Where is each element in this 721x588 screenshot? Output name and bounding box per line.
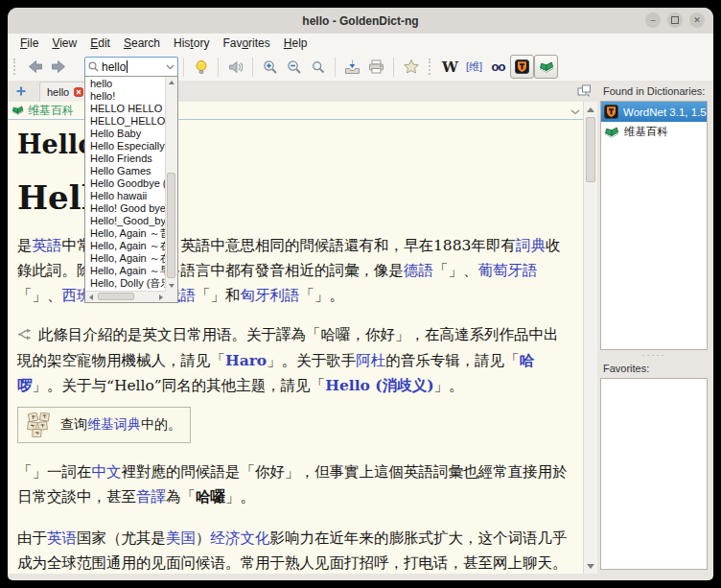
suggestion-item[interactable]: Hello, Dolly (音乐剧) — [85, 277, 166, 290]
zoom-reset-button[interactable] — [306, 55, 330, 79]
found-dictionaries-list[interactable]: WordNet 3.1, 1.51维基百科 — [600, 101, 708, 350]
wikipedia-w-icon: W — [442, 59, 458, 76]
link[interactable]: 经济文化 — [211, 529, 270, 547]
zoom-in-button[interactable] — [258, 55, 282, 79]
minimize-icon: – — [650, 16, 655, 25]
dictionary-item[interactable]: 维基百科 — [601, 122, 707, 142]
dropdown-horizontal-scrollbar[interactable] — [85, 291, 166, 302]
dictbar-goldendict-button[interactable]: oo — [486, 55, 510, 79]
suggestion-item[interactable]: Hello! Good bye — [85, 202, 166, 215]
maximize-button[interactable] — [667, 12, 683, 28]
suggestions-list[interactable]: hellohello!HELLO HELLOHELLO_HELLOHello B… — [85, 78, 166, 292]
suggestion-item[interactable]: Hello, Again ～在以前的某 — [85, 240, 166, 252]
save-article-button[interactable] — [340, 55, 364, 79]
text-segment: ） — [196, 529, 211, 547]
suggestion-item[interactable]: Hello Especially — [85, 140, 166, 153]
scroll-down-button[interactable] — [584, 559, 597, 573]
print-button[interactable] — [364, 55, 388, 79]
dictionary-name: 维基百科 — [28, 103, 74, 119]
article-scrollbar[interactable] — [583, 102, 597, 574]
collapse-section-chevron-icon[interactable] — [570, 102, 580, 119]
dictbar-wikipedia-button[interactable]: W — [438, 55, 462, 79]
maximize-icon — [671, 16, 679, 24]
link[interactable]: Hello (消歧义) — [325, 376, 433, 394]
scrollbar-thumb[interactable] — [167, 173, 175, 278]
titlebar[interactable]: hello - GoldenDict-ng – ✕ — [8, 8, 713, 34]
menu-help[interactable]: Help — [277, 35, 314, 51]
suggestion-item[interactable]: Hello!_Good_bye — [85, 215, 166, 227]
text-segment: 的音乐专辑，請见「 — [385, 352, 520, 369]
suggestion-item[interactable]: Hello, Again ～在以前的某 — [85, 252, 166, 265]
star-icon — [403, 59, 420, 75]
goldendict-oo-icon: oo — [492, 59, 505, 74]
scroll-up-button[interactable] — [584, 103, 597, 116]
printer-icon — [368, 59, 384, 74]
suggestion-item[interactable]: Hello Friends — [85, 153, 166, 165]
paragraph: 「」一詞在中文裡對應的問候語是「你好」，但事實上這個英語詞彙也經常直接用於日常交… — [17, 459, 572, 509]
tab-close-icon[interactable] — [74, 87, 83, 97]
dictbar-grip[interactable] — [429, 59, 435, 75]
link[interactable]: 音譯 — [136, 488, 166, 506]
back-button[interactable] — [23, 55, 47, 79]
scroll-left-button[interactable] — [85, 292, 96, 302]
minimize-button[interactable]: – — [645, 12, 661, 28]
search-input[interactable]: hello — [84, 57, 178, 77]
link[interactable]: 詞典 — [516, 237, 546, 254]
suggestion-item[interactable]: Hello, Again ～昔からある — [85, 227, 166, 240]
zoom-out-button[interactable] — [282, 55, 306, 79]
search-icon — [88, 61, 99, 72]
scrollbar-thumb[interactable] — [98, 293, 134, 300]
link[interactable]: 阿杜 — [356, 352, 385, 369]
menu-edit[interactable]: Edit — [83, 35, 117, 51]
suggestion-item[interactable]: hello! — [85, 90, 166, 103]
toolbar-separator — [183, 58, 184, 77]
forward-button[interactable] — [47, 55, 71, 79]
menu-file[interactable]: File — [13, 35, 45, 51]
suggestion-item[interactable]: Hello Goodbye (YUKI的單 — [85, 177, 166, 190]
suggestions-button[interactable] — [189, 55, 213, 79]
suggestion-item[interactable]: Hello Baby — [85, 128, 166, 140]
combo-chevron-down-icon[interactable] — [166, 64, 174, 70]
link[interactable]: 葡萄牙語 — [478, 262, 538, 279]
link[interactable]: 德語 — [404, 262, 433, 279]
suggestion-item[interactable]: Hello hawaii — [85, 190, 166, 202]
scroll-up-button[interactable] — [166, 77, 177, 88]
pronounce-button[interactable] — [223, 55, 247, 79]
scrollbar-thumb[interactable] — [586, 117, 595, 182]
link[interactable]: 维基词典 — [87, 416, 141, 432]
add-to-favorites-button[interactable] — [399, 55, 423, 79]
wiktionary-box: 查询维基词典中的。 — [17, 407, 191, 443]
add-tab-button[interactable] — [12, 83, 29, 100]
menu-favorites[interactable]: Favorites — [216, 35, 276, 51]
dictbar-wikibook-button[interactable] — [534, 55, 558, 79]
link[interactable]: 匈牙利語 — [241, 287, 300, 304]
link[interactable]: 中文 — [92, 463, 122, 481]
toolbar-separator — [393, 58, 394, 77]
dropdown-vertical-scrollbar[interactable] — [165, 77, 177, 292]
dictbar-zh-wiktionary-button[interactable]: [维] — [462, 55, 486, 79]
scroll-right-button[interactable] — [155, 292, 166, 302]
link[interactable]: Haro — [225, 351, 267, 369]
text-segment: 」。关于歌手 — [267, 352, 356, 369]
suggestion-item[interactable]: hello — [85, 78, 166, 90]
green-book-icon: "> — [12, 105, 24, 116]
menu-view[interactable]: View — [45, 35, 83, 51]
suggestion-item[interactable]: HELLO HELLO — [85, 103, 166, 115]
toolbar-grip[interactable] — [13, 59, 20, 75]
menu-search[interactable]: Search — [117, 35, 167, 51]
desktop-background: hello - GoldenDict-ng – ✕ FileViewEditSe… — [0, 0, 721, 588]
menu-history[interactable]: History — [167, 35, 216, 51]
link[interactable]: 英语 — [47, 529, 77, 547]
dictionary-item[interactable]: WordNet 3.1, 1.51 — [601, 102, 707, 122]
suggestion-item[interactable]: Hello Games — [85, 165, 166, 177]
scroll-down-button[interactable] — [166, 280, 177, 292]
link[interactable]: 美国 — [166, 529, 196, 547]
favorites-list[interactable] — [600, 378, 708, 570]
suggestion-item[interactable]: HELLO_HELLO — [85, 115, 166, 128]
link[interactable]: 英語 — [33, 237, 62, 254]
sidebar-splitter[interactable]: ····· — [600, 350, 708, 360]
dictbar-wordnet-button[interactable] — [510, 55, 534, 79]
suggestion-item[interactable]: Hello, Again ～早已存在的 — [85, 265, 166, 277]
detach-tab-button[interactable] — [575, 82, 593, 100]
close-button[interactable]: ✕ — [689, 12, 705, 28]
